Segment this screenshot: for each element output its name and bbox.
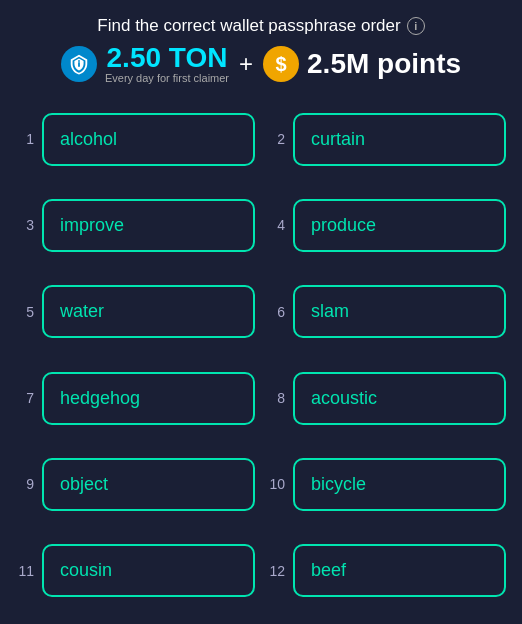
points-value: 2.5M points [307,48,461,80]
word-cell: 1alcohol [16,102,255,176]
title-text: Find the correct wallet passphrase order [97,16,400,36]
word-box[interactable]: curtain [293,113,506,166]
word-number: 10 [267,476,285,492]
word-number: 11 [16,563,34,579]
word-number: 3 [16,217,34,233]
coin-icon: $ [263,46,299,82]
word-number: 12 [267,563,285,579]
ton-amount: 2.50 TON Every day for first claimer [105,44,229,84]
header: Find the correct wallet passphrase order… [0,0,522,94]
ton-value: 2.50 TON [105,44,229,72]
word-cell: 12beef [267,534,506,608]
word-box[interactable]: object [42,458,255,511]
word-cell: 7hedgehog [16,361,255,435]
word-cell: 2curtain [267,102,506,176]
ton-icon [61,46,97,82]
word-box[interactable]: acoustic [293,372,506,425]
word-box[interactable]: beef [293,544,506,597]
word-number: 5 [16,304,34,320]
word-box[interactable]: slam [293,285,506,338]
word-number: 1 [16,131,34,147]
word-cell: 11cousin [16,534,255,608]
ton-badge: 2.50 TON Every day for first claimer [61,44,229,84]
word-cell: 9object [16,447,255,521]
header-title: Find the correct wallet passphrase order… [20,16,502,36]
info-icon[interactable]: i [407,17,425,35]
word-cell: 8acoustic [267,361,506,435]
word-cell: 3improve [16,188,255,262]
word-box[interactable]: bicycle [293,458,506,511]
word-box[interactable]: water [42,285,255,338]
word-number: 6 [267,304,285,320]
word-cell: 4produce [267,188,506,262]
word-number: 7 [16,390,34,406]
word-box[interactable]: hedgehog [42,372,255,425]
word-number: 2 [267,131,285,147]
word-box[interactable]: improve [42,199,255,252]
word-number: 4 [267,217,285,233]
word-cell: 6slam [267,275,506,349]
word-box[interactable]: alcohol [42,113,255,166]
plus-sign: + [239,50,253,78]
word-box[interactable]: produce [293,199,506,252]
word-box[interactable]: cousin [42,544,255,597]
word-cell: 10bicycle [267,447,506,521]
word-cell: 5water [16,275,255,349]
points-badge: $ 2.5M points [263,46,461,82]
ton-subtitle: Every day for first claimer [105,72,229,84]
word-number: 8 [267,390,285,406]
reward-row: 2.50 TON Every day for first claimer + $… [20,44,502,84]
words-grid: 1alcohol2curtain3improve4produce5water6s… [0,94,522,624]
word-number: 9 [16,476,34,492]
